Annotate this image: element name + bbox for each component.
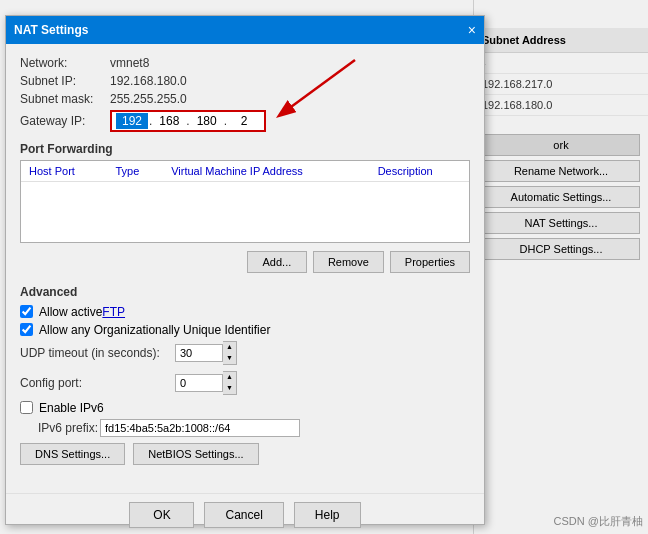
allow-ftp-label: Allow active xyxy=(39,305,102,319)
panel-buttons: ork Rename Network... Automatic Settings… xyxy=(474,126,648,268)
udp-timeout-row: UDP timeout (in seconds): ▲ ▼ xyxy=(20,341,470,365)
allow-oui-checkbox[interactable] xyxy=(20,323,33,336)
dialog-titlebar: NAT Settings × xyxy=(6,16,484,44)
gateway-octet-1[interactable] xyxy=(116,113,148,129)
ipv6-prefix-label: IPv6 prefix: xyxy=(20,421,100,435)
network-row: Network: vmnet8 xyxy=(20,56,470,70)
subnet-mask-label: Subnet mask: xyxy=(20,92,110,106)
enable-ipv6-checkbox[interactable] xyxy=(20,401,33,414)
col-type: Type xyxy=(107,161,163,182)
panel-item-3: 192.168.180.0 xyxy=(474,95,648,116)
watermark: CSDN @比肝青柚 xyxy=(554,514,643,529)
allow-ftp-checkbox[interactable] xyxy=(20,305,33,318)
network-value: vmnet8 xyxy=(110,56,149,70)
nat-settings-dialog: NAT Settings × Network: vmnet8 Subnet IP… xyxy=(5,15,485,525)
ipv6-label: Enable IPv6 xyxy=(39,401,104,415)
gateway-ip-row: Gateway IP: . . . xyxy=(20,110,470,132)
gateway-octet-2[interactable] xyxy=(153,113,185,129)
config-port-row: Config port: ▲ ▼ xyxy=(20,371,470,395)
remove-button[interactable]: Remove xyxy=(313,251,384,273)
udp-input[interactable] xyxy=(175,344,223,362)
bottom-buttons: DNS Settings... NetBIOS Settings... xyxy=(20,443,470,465)
udp-down-arrow[interactable]: ▼ xyxy=(223,353,236,364)
rename-network-button[interactable]: Rename Network... xyxy=(482,160,640,182)
subnet-ip-row: Subnet IP: 192.168.180.0 xyxy=(20,74,470,88)
col-host-port: Host Port xyxy=(21,161,107,182)
help-button[interactable]: Help xyxy=(294,502,361,528)
config-down-arrow[interactable]: ▼ xyxy=(223,383,236,394)
allow-oui-label: Allow any Organizationally Unique Identi… xyxy=(39,323,270,337)
dialog-body: Network: vmnet8 Subnet IP: 192.168.180.0… xyxy=(6,44,484,487)
port-forwarding-label: Port Forwarding xyxy=(20,142,470,156)
ipv6-prefix-row: IPv6 prefix: xyxy=(20,419,470,437)
gateway-ip-fields: . . . xyxy=(110,110,266,132)
close-button[interactable]: × xyxy=(468,23,476,37)
netbios-settings-button[interactable]: NetBIOS Settings... xyxy=(133,443,258,465)
cancel-button[interactable]: Cancel xyxy=(204,502,283,528)
config-up-arrow[interactable]: ▲ xyxy=(223,372,236,383)
properties-button[interactable]: Properties xyxy=(390,251,470,273)
ftp-link[interactable]: FTP xyxy=(102,305,125,319)
panel-item-2: 192.168.217.0 xyxy=(474,74,648,95)
port-forwarding-table: Host Port Type Virtual Machine IP Addres… xyxy=(21,161,469,242)
udp-spinner: ▲ ▼ xyxy=(175,341,237,365)
table-buttons: Add... Remove Properties xyxy=(20,251,470,273)
table-body xyxy=(21,182,469,242)
gateway-octet-4[interactable] xyxy=(228,113,260,129)
udp-arrows: ▲ ▼ xyxy=(223,341,237,365)
col-vm-ip: Virtual Machine IP Address xyxy=(163,161,369,182)
table-header-row: Host Port Type Virtual Machine IP Addres… xyxy=(21,161,469,182)
automatic-settings-button[interactable]: Automatic Settings... xyxy=(482,186,640,208)
config-spinner: ▲ ▼ xyxy=(175,371,237,395)
subnet-mask-value: 255.255.255.0 xyxy=(110,92,187,106)
udp-label: UDP timeout (in seconds): xyxy=(20,346,175,360)
right-panel: Subnet Address - 192.168.217.0 192.168.1… xyxy=(473,0,648,534)
checkbox-ftp-row: Allow active FTP xyxy=(20,305,470,319)
dhcp-settings-button[interactable]: DHCP Settings... xyxy=(482,238,640,260)
config-arrows: ▲ ▼ xyxy=(223,371,237,395)
ipv6-row: Enable IPv6 xyxy=(20,401,470,415)
subnet-ip-value: 192.168.180.0 xyxy=(110,74,187,88)
dns-settings-button[interactable]: DNS Settings... xyxy=(20,443,125,465)
advanced-label: Advanced xyxy=(20,285,470,299)
network-label: Network: xyxy=(20,56,110,70)
table-empty-row xyxy=(21,182,469,242)
nat-settings-button[interactable]: NAT Settings... xyxy=(482,212,640,234)
config-label: Config port: xyxy=(20,376,175,390)
ipv6-prefix-input[interactable] xyxy=(100,419,300,437)
panel-header: Subnet Address xyxy=(474,28,648,53)
udp-up-arrow[interactable]: ▲ xyxy=(223,342,236,353)
panel-item-1: - xyxy=(474,53,648,74)
add-button[interactable]: Add... xyxy=(247,251,307,273)
subnet-mask-row: Subnet mask: 255.255.255.0 xyxy=(20,92,470,106)
subnet-ip-label: Subnet IP: xyxy=(20,74,110,88)
gateway-octet-3[interactable] xyxy=(191,113,223,129)
dialog-title: NAT Settings xyxy=(14,23,88,37)
dialog-footer: OK Cancel Help xyxy=(6,493,484,535)
col-description: Description xyxy=(370,161,469,182)
gateway-ip-label: Gateway IP: xyxy=(20,114,110,128)
config-input[interactable] xyxy=(175,374,223,392)
port-forwarding-table-container: Host Port Type Virtual Machine IP Addres… xyxy=(20,160,470,243)
ok-button[interactable]: OK xyxy=(129,502,194,528)
network-button[interactable]: ork xyxy=(482,134,640,156)
checkbox-oui-row: Allow any Organizationally Unique Identi… xyxy=(20,323,470,337)
